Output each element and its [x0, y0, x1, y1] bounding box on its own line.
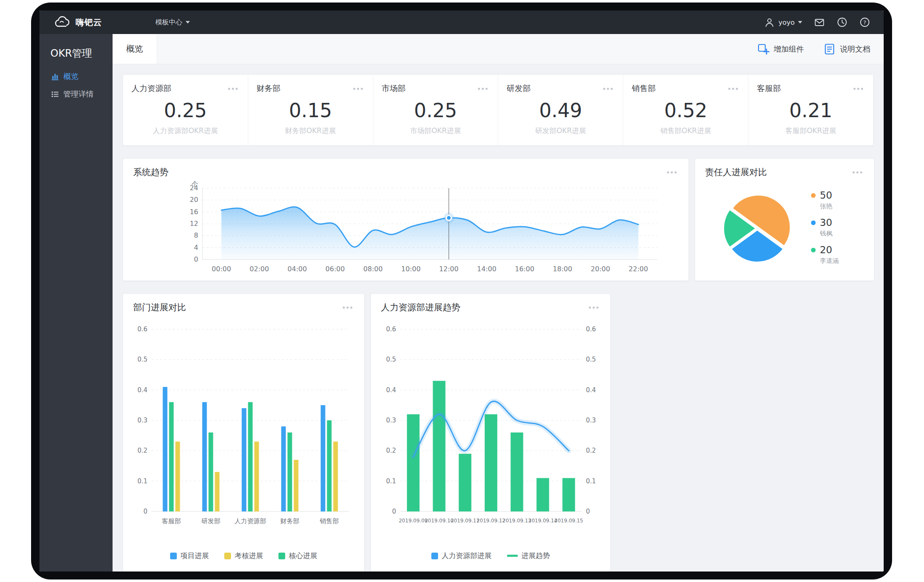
svg-text:2019.09.09: 2019.09.09 — [399, 518, 428, 524]
kpi-title: 销售部 — [632, 83, 656, 94]
legend-value: 50 — [820, 190, 832, 201]
template-center-menu[interactable]: 模板中心 — [155, 18, 190, 27]
kpi-card-rnd: 研发部 0.49 研发部OKR进展 — [498, 75, 623, 145]
svg-text:2019.09.15: 2019.09.15 — [554, 518, 583, 524]
add-component-icon — [757, 43, 769, 55]
card-menu-dots[interactable] — [476, 86, 489, 92]
svg-text:0.5: 0.5 — [137, 356, 147, 363]
kpi-card-market: 市场部 0.25 市场部OKR进展 — [373, 75, 498, 145]
topbar: 嗨钯云 模板中心 yoyo — [39, 10, 884, 34]
legend-item-project[interactable]: 项目进展 — [170, 551, 209, 561]
svg-text:人力资源部: 人力资源部 — [235, 517, 266, 525]
kpi-caption: 销售部OKR进展 — [632, 126, 740, 136]
add-component-button[interactable]: 增加组件 — [757, 43, 804, 55]
panel-owner-progress: 责任人进展对比 50 张艳 — [695, 158, 874, 281]
content-body: 人力资源部 0.25 人力资源部OKR进展 财务部 0.15 财务部OKR进展 … — [113, 64, 884, 572]
legend-item-zhangyan[interactable]: 50 张艳 — [811, 190, 839, 210]
legend-label: 进展趋势 — [522, 551, 550, 561]
card-menu-dots[interactable] — [852, 86, 865, 92]
svg-text:0.4: 0.4 — [386, 386, 396, 394]
content: 概览 增加组件 — [113, 34, 884, 572]
svg-text:10:00: 10:00 — [401, 265, 420, 273]
panel-dept-compare: 部门进展对比 00.10.20.30.40.50.6客服部研发部人力资源部财务部… — [123, 294, 365, 572]
sidebar-item-overview[interactable]: 概览 — [39, 68, 113, 85]
pie-legend: 50 张艳 30 钱枫 — [811, 190, 839, 272]
legend-item-hr-progress[interactable]: 人力资源部进展 — [431, 551, 492, 561]
svg-text:0: 0 — [586, 508, 590, 515]
docs-button[interactable]: 说明文档 — [823, 43, 870, 55]
hr-trend-chart[interactable]: 00.10.20.30.40.50.600.10.20.30.40.50.620… — [381, 319, 600, 529]
legend-item-lidaohan[interactable]: 20 李道涵 — [811, 244, 839, 265]
chevron-down-icon — [798, 21, 802, 24]
card-menu-dots[interactable] — [226, 86, 239, 92]
card-menu-dots[interactable] — [352, 86, 365, 92]
kpi-card-hr: 人力资源部 0.25 人力资源部OKR进展 — [123, 75, 248, 145]
svg-text:08:00: 08:00 — [363, 265, 383, 273]
content-header: 概览 增加组件 — [113, 34, 884, 64]
svg-text:4: 4 — [194, 244, 198, 252]
panel-menu-dots[interactable] — [587, 305, 600, 310]
kpi-value: 0.49 — [507, 99, 614, 122]
legend-swatch — [170, 553, 177, 559]
sidebar-item-label: 概览 — [63, 71, 79, 81]
legend-item-qianfeng[interactable]: 30 钱枫 — [811, 217, 839, 238]
user-menu[interactable]: yoyo — [764, 17, 802, 28]
legend-item-core[interactable]: 核心进展 — [278, 551, 318, 561]
panel-menu-dots[interactable] — [341, 305, 354, 310]
legend-value: 30 — [820, 217, 832, 228]
card-menu-dots[interactable] — [601, 86, 614, 92]
tab-overview[interactable]: 概览 — [113, 34, 157, 64]
svg-text:0.1: 0.1 — [386, 477, 396, 485]
svg-text:0: 0 — [143, 508, 147, 515]
svg-text:2019.09.14: 2019.09.14 — [528, 518, 557, 524]
svg-text:22:00: 22:00 — [629, 265, 648, 273]
legend-name: 钱枫 — [820, 230, 839, 238]
svg-text:0.5: 0.5 — [586, 356, 596, 363]
svg-text:02:00: 02:00 — [249, 265, 269, 273]
svg-text:2019.09.11: 2019.09.11 — [451, 518, 480, 524]
legend-item-review[interactable]: 考核进展 — [224, 551, 263, 561]
kpi-card-sales: 销售部 0.52 销售部OKR进展 — [623, 75, 748, 145]
dept-compare-chart[interactable]: 00.10.20.30.40.50.6客服部研发部人力资源部财务部销售部 — [133, 319, 354, 529]
kpi-caption: 人力资源部OKR进展 — [131, 126, 239, 136]
svg-text:0.3: 0.3 — [586, 417, 596, 424]
panel-menu-dots[interactable] — [665, 170, 678, 175]
legend-value: 20 — [820, 244, 832, 255]
legend-label: 人力资源部进展 — [442, 551, 492, 561]
help-icon[interactable]: ? — [859, 17, 870, 28]
owner-pie-chart[interactable] — [695, 159, 874, 281]
clock-icon[interactable] — [837, 17, 848, 28]
svg-text:0.6: 0.6 — [386, 325, 396, 333]
brand[interactable]: 嗨钯云 — [39, 15, 129, 29]
kpi-title: 人力资源部 — [131, 83, 171, 94]
svg-text:0.5: 0.5 — [386, 356, 396, 363]
card-menu-dots[interactable] — [727, 86, 740, 92]
legend-dot — [811, 220, 816, 225]
svg-text:2019.09.13: 2019.09.13 — [502, 518, 531, 524]
legend-swatch — [224, 553, 231, 559]
svg-text:16: 16 — [190, 208, 198, 216]
mail-icon[interactable] — [814, 17, 825, 28]
svg-text:财务部: 财务部 — [281, 517, 299, 525]
dept-legend: 项目进展 考核进展 核心进展 — [123, 551, 364, 561]
svg-text:8: 8 — [194, 231, 198, 239]
sidebar-item-detail[interactable]: 管理详情 — [39, 85, 113, 103]
kpi-caption: 财务部OKR进展 — [257, 126, 365, 136]
legend-item-trend-line[interactable]: 进展趋势 — [507, 551, 550, 561]
svg-text:研发部: 研发部 — [202, 517, 220, 525]
brand-name: 嗨钯云 — [76, 17, 102, 28]
kpi-value: 0.25 — [131, 99, 239, 122]
svg-text:0.1: 0.1 — [586, 477, 596, 485]
list-detail-icon — [51, 90, 59, 98]
svg-text:00:00: 00:00 — [212, 265, 231, 273]
kpi-title: 财务部 — [257, 83, 281, 94]
legend-name: 李道涵 — [820, 257, 839, 265]
row-dept-hr: 部门进展对比 00.10.20.30.40.50.6客服部研发部人力资源部财务部… — [123, 294, 874, 572]
kpi-title: 研发部 — [507, 83, 530, 94]
svg-text:0: 0 — [194, 255, 198, 263]
svg-text:0.3: 0.3 — [386, 417, 396, 424]
chevron-down-icon — [186, 21, 190, 24]
sidebar-title: OKR管理 — [39, 47, 113, 60]
system-trend-chart[interactable]: 04812162024个00:0002:0004:0006:0008:0010:… — [133, 181, 678, 276]
user-avatar-icon — [764, 17, 775, 28]
